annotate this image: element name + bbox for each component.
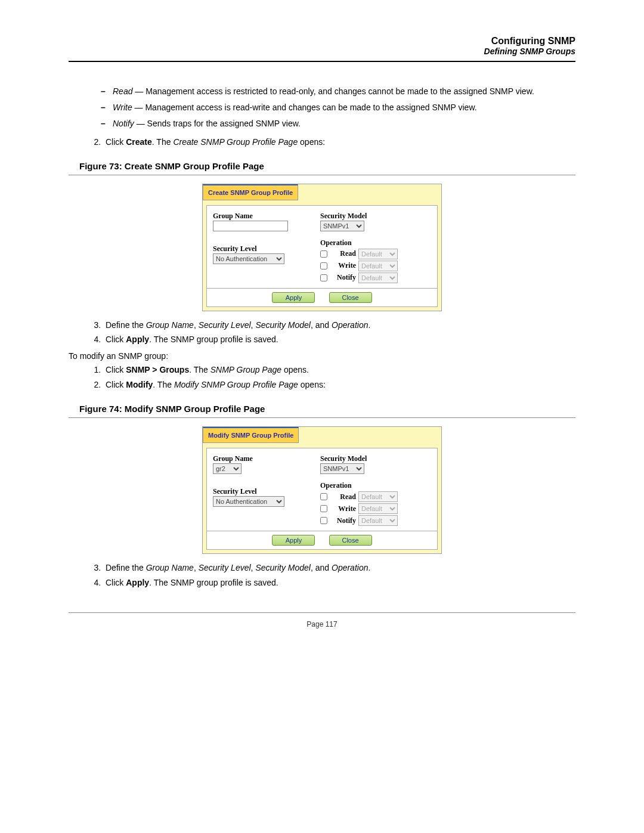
- s3b-post: .: [368, 563, 370, 572]
- select-security-level-2[interactable]: No Authentication: [213, 496, 284, 507]
- s3b-i3: Security Model: [255, 563, 311, 572]
- bullet-write: Write — Management access is read-write …: [103, 102, 575, 113]
- bullet-read-label: Read: [113, 86, 132, 96]
- label-security-model: Security Model: [320, 212, 439, 221]
- to-modify-heading: To modify an SNMP group:: [69, 351, 575, 361]
- label-operation-2: Operation: [320, 481, 439, 490]
- step2-mid: . The: [152, 137, 174, 147]
- step-2-create: Click Create. The Create SNMP Group Prof…: [103, 137, 575, 148]
- select-notify-view[interactable]: Default: [358, 272, 398, 283]
- step2-bold: Create: [126, 137, 152, 147]
- m2-b: Modify: [126, 380, 153, 389]
- s3b-i1: Group Name: [146, 563, 194, 572]
- m1-mid: . The: [189, 365, 210, 374]
- s3-i3: Security Model: [255, 320, 311, 330]
- step-4-apply-2: Click Apply. The SNMP group profile is s…: [103, 577, 575, 589]
- mod-step-2: Click Modify. The Modify SNMP Group Prof…: [103, 379, 575, 391]
- bullet-notify: Notify — Sends traps for the assigned SN…: [103, 118, 575, 129]
- checkbox-notify-2[interactable]: [320, 517, 327, 524]
- m2-pre: Click: [106, 380, 126, 389]
- close-button-2[interactable]: Close: [329, 535, 372, 546]
- fig74-rule: [69, 417, 575, 418]
- s4-b: Apply: [126, 335, 149, 344]
- checkbox-read[interactable]: [320, 250, 327, 258]
- op-write-label: Write: [330, 261, 356, 270]
- select-write-view[interactable]: Default: [358, 261, 398, 271]
- apply-button-2[interactable]: Apply: [272, 535, 315, 546]
- modify-snmp-group-dialog: Modify SNMP Group Profile Group Name gr2…: [202, 426, 442, 554]
- s3b-i4: Operation: [332, 563, 368, 572]
- label-group-name-2: Group Name: [213, 454, 308, 463]
- bullet-write-text: — Management access is read-write and ch…: [132, 103, 477, 112]
- s3-i4: Operation: [332, 320, 368, 330]
- input-group-name[interactable]: [213, 221, 288, 231]
- figure-73-caption: Figure 73: Create SNMP Group Profile Pag…: [79, 161, 575, 171]
- mod-step-1: Click SNMP > Groups. The SNMP Group Page…: [103, 364, 575, 376]
- s3b-i2: Security Level: [199, 563, 251, 572]
- m1-b: SNMP > Groups: [126, 365, 189, 374]
- bullet-write-label: Write: [113, 103, 132, 112]
- select-write-view-2[interactable]: Default: [358, 503, 398, 514]
- m1-post: opens.: [281, 365, 309, 374]
- apply-button[interactable]: Apply: [272, 292, 315, 303]
- step2-text: Click: [106, 137, 126, 147]
- bullet-notify-text: — Sends traps for the assigned SNMP view…: [134, 119, 301, 128]
- select-read-view-2[interactable]: Default: [358, 491, 398, 502]
- s3-c3: , and: [311, 320, 332, 330]
- op-read-label: Read: [330, 249, 356, 258]
- header-rule: [69, 61, 575, 62]
- s3-i2: Security Level: [199, 320, 251, 330]
- figure-74-caption: Figure 74: Modify SNMP Group Profile Pag…: [79, 404, 575, 414]
- select-security-model[interactable]: SNMPv1: [320, 221, 364, 231]
- fig73-rule: [69, 175, 575, 175]
- s4b-b: Apply: [126, 578, 149, 587]
- bullet-read-text: — Management access is restricted to rea…: [132, 86, 534, 96]
- s3-pre: Define the: [106, 320, 146, 330]
- dialog-tab-modify[interactable]: Modify SNMP Group Profile: [203, 427, 299, 443]
- bullet-notify-label: Notify: [113, 119, 134, 128]
- select-read-view[interactable]: Default: [358, 249, 398, 259]
- step2-post: opens:: [298, 137, 325, 147]
- step-3-define-2: Define the Group Name, Security Level, S…: [103, 562, 575, 574]
- select-security-model-2[interactable]: SNMPv1: [320, 463, 364, 474]
- create-snmp-group-dialog: Create SNMP Group Profile Group Name Sec…: [202, 184, 442, 311]
- label-security-level-2: Security Level: [213, 487, 308, 496]
- op-notify-label: Notify: [330, 273, 356, 282]
- select-group-name[interactable]: gr2: [213, 463, 242, 474]
- label-group-name: Group Name: [213, 212, 308, 221]
- s4-post: . The SNMP group profile is saved.: [149, 335, 278, 344]
- s3b-c1: ,: [194, 563, 199, 572]
- dialog-tab-create[interactable]: Create SNMP Group Profile: [203, 184, 298, 200]
- label-security-model-2: Security Model: [320, 454, 439, 463]
- step-3-define: Define the Group Name, Security Level, S…: [103, 320, 575, 331]
- step2-ital: Create SNMP Group Profile Page: [173, 137, 298, 147]
- op-read-label-2: Read: [330, 493, 356, 501]
- checkbox-write-2[interactable]: [320, 505, 327, 512]
- checkbox-notify[interactable]: [320, 274, 327, 281]
- s3-i1: Group Name: [146, 320, 194, 330]
- m1-i: SNMP Group Page: [210, 365, 281, 374]
- m1-pre: Click: [106, 365, 126, 374]
- page-header-title: Configuring SNMP: [69, 36, 575, 47]
- op-write-label-2: Write: [330, 504, 356, 513]
- footer-rule: [69, 612, 575, 613]
- s4-pre: Click: [106, 335, 126, 344]
- select-notify-view-2[interactable]: Default: [358, 515, 398, 526]
- page-header-subtitle: Defining SNMP Groups: [69, 47, 575, 56]
- label-operation: Operation: [320, 239, 439, 247]
- checkbox-read-2[interactable]: [320, 493, 327, 500]
- bullet-read: Read — Management access is restricted t…: [103, 86, 575, 97]
- select-security-level[interactable]: No Authentication: [213, 253, 284, 264]
- m2-mid: . The: [153, 380, 174, 389]
- page-number: Page 117: [69, 620, 575, 628]
- close-button[interactable]: Close: [329, 292, 372, 303]
- step-4-apply: Click Apply. The SNMP group profile is s…: [103, 334, 575, 345]
- s3-post: .: [368, 320, 370, 330]
- op-notify-label-2: Notify: [330, 516, 356, 525]
- m2-i: Modify SNMP Group Profile Page: [174, 380, 298, 389]
- checkbox-write[interactable]: [320, 262, 327, 270]
- s3b-c3: , and: [311, 563, 332, 572]
- s3-c1: ,: [194, 320, 199, 330]
- s4b-pre: Click: [106, 578, 126, 587]
- m2-post: opens:: [298, 380, 326, 389]
